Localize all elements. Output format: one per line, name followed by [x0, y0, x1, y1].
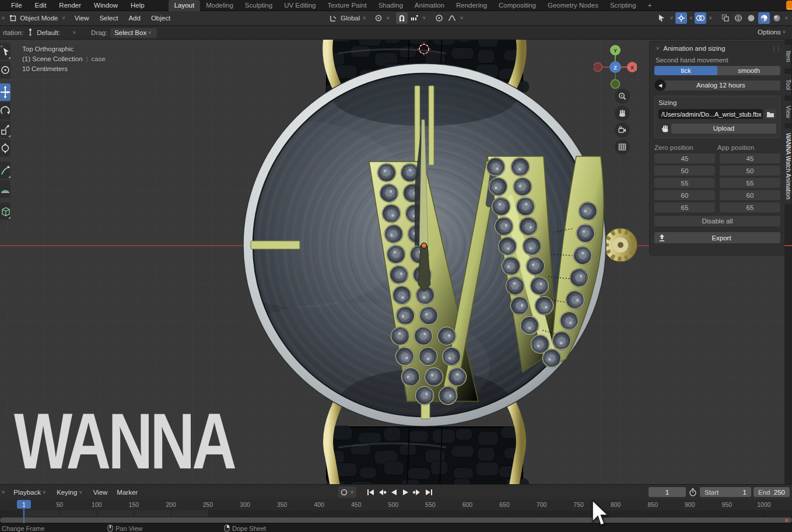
falloff-dropdown[interactable] — [446, 12, 458, 24]
workspace-tab-modeling[interactable]: Modeling — [200, 0, 239, 11]
tab-tool[interactable]: Tool — [784, 73, 792, 96]
pan-button[interactable] — [615, 106, 630, 121]
viewport-menu-add[interactable]: Add — [123, 15, 145, 22]
viewport-menu-object[interactable]: Object — [146, 15, 176, 22]
workspace-tab--[interactable]: + — [642, 0, 658, 11]
workspace-tab-texture-paint[interactable]: Texture Paint — [322, 0, 373, 11]
playhead-line[interactable] — [23, 508, 24, 523]
object-visibility-dropdown[interactable] — [656, 12, 668, 24]
tool-annotate[interactable] — [0, 162, 10, 179]
options-dropdown[interactable]: Options ˅ — [758, 29, 787, 36]
smooth-button[interactable]: smooth — [717, 66, 780, 75]
analog-mode-button[interactable]: Analog 12 hours — [661, 80, 780, 90]
tab-wanna-watch-animation[interactable]: WANNA Watch Animation — [784, 128, 792, 205]
app-position-value[interactable]: 60 — [720, 190, 780, 200]
mode-selector[interactable]: Object Mode ˅ — [6, 12, 69, 24]
upload-button[interactable]: Upload — [671, 124, 776, 134]
tab-item[interactable]: Item — [784, 44, 792, 69]
snap-target-dropdown[interactable] — [409, 12, 420, 24]
workspace-tab-rendering[interactable]: Rendering — [450, 0, 493, 11]
timeline-menu-keying[interactable]: Keying˅ — [52, 489, 88, 496]
tab-view[interactable]: View — [784, 100, 792, 124]
workspace-tab-animation[interactable]: Animation — [409, 0, 450, 11]
file-path-field[interactable]: /Users/admin/Do...A_wrist_stub.fbx — [658, 109, 763, 119]
tool-select-box[interactable] — [0, 43, 10, 60]
timeline-menu-marker[interactable]: Marker — [112, 489, 142, 496]
prev-keyframe-button[interactable] — [377, 487, 387, 498]
orientation-global-label[interactable]: Global — [339, 15, 361, 22]
workspace-tab-layout[interactable]: Layout — [169, 0, 201, 11]
workspace-tab-shading[interactable]: Shading — [373, 0, 409, 11]
pivot-point-dropdown[interactable] — [373, 12, 384, 24]
drag-tool-dropdown[interactable]: Select Box ˅ — [110, 28, 157, 38]
tool-add-cube[interactable] — [0, 202, 10, 220]
end-frame-field[interactable]: End 250 — [754, 487, 790, 497]
timeline-ruler[interactable]: 1 50100150200250300350400450500550600650… — [0, 499, 792, 510]
shading-rendered[interactable] — [771, 12, 783, 24]
shading-solid[interactable] — [745, 12, 757, 24]
tool-transform[interactable] — [0, 139, 10, 157]
app-position-value[interactable]: 55 — [720, 178, 780, 188]
stopwatch-button[interactable] — [686, 488, 700, 497]
panel-collapse-chevron[interactable]: ˅ — [654, 46, 661, 51]
app-position-value[interactable]: 65 — [720, 202, 780, 212]
timeline-menu-playback[interactable]: Playback˅ — [9, 489, 52, 496]
tool-cursor[interactable] — [0, 61, 10, 79]
menu-file[interactable]: File — [5, 2, 29, 9]
browse-button[interactable] — [765, 109, 776, 119]
menu-render[interactable]: Render — [52, 2, 87, 9]
skip-start-button[interactable] — [365, 487, 376, 498]
tick-button[interactable]: tick — [654, 66, 717, 75]
next-keyframe-button[interactable] — [412, 487, 422, 498]
tool-scale[interactable] — [0, 121, 10, 138]
xray-toggle[interactable] — [720, 12, 731, 24]
app-position-value[interactable]: 50 — [720, 166, 780, 176]
viewport-menu-select[interactable]: Select — [94, 15, 123, 22]
timeline-menu-view[interactable]: View — [89, 489, 113, 496]
play-button[interactable] — [400, 487, 411, 498]
export-button[interactable]: Export — [654, 232, 780, 243]
skip-end-button[interactable] — [423, 487, 434, 498]
navigation-gizmo[interactable]: Y X Z — [594, 44, 637, 89]
zero-position-value[interactable]: 60 — [654, 190, 715, 200]
workspace-tab-geometry-nodes[interactable]: Geometry Nodes — [542, 0, 604, 11]
workspace-tab-uv-editing[interactable]: UV Editing — [278, 0, 321, 11]
gizmos-toggle[interactable] — [675, 12, 687, 24]
orthographic-toggle-button[interactable] — [615, 139, 630, 155]
shading-material-preview[interactable] — [758, 12, 770, 24]
workspace-tab-compositing[interactable]: Compositing — [493, 0, 542, 11]
tool-measure[interactable] — [0, 180, 10, 198]
proportional-editing-toggle[interactable] — [433, 12, 445, 24]
tool-rotate[interactable] — [0, 102, 10, 120]
menu-window[interactable]: Window — [87, 2, 124, 9]
panel-drag-handle[interactable]: ⋮⋮ — [771, 46, 780, 52]
current-frame-field[interactable]: 1 — [649, 487, 686, 497]
zero-position-value[interactable]: 55 — [654, 178, 715, 188]
camera-view-button[interactable] — [615, 123, 630, 138]
timeline-track[interactable] — [0, 510, 792, 517]
back-button[interactable]: ◀ — [654, 79, 666, 91]
gizmo-neg-x[interactable] — [594, 63, 602, 72]
editor-type-chevron[interactable]: ˅ — [0, 489, 6, 495]
app-position-value[interactable]: 45 — [720, 153, 780, 163]
zero-position-value[interactable]: 45 — [654, 153, 715, 163]
orientation-preset-dropdown[interactable]: Default: ˅ — [34, 27, 80, 38]
tool-move[interactable] — [0, 83, 10, 101]
shading-wireframe[interactable] — [733, 12, 744, 24]
zero-position-value[interactable]: 50 — [654, 166, 715, 176]
viewport-menu-view[interactable]: View — [69, 15, 94, 22]
zero-position-value[interactable]: 65 — [654, 202, 715, 212]
workspace-tab-scripting[interactable]: Scripting — [604, 0, 642, 11]
editor-type-chevron[interactable]: ˅ — [0, 15, 6, 21]
zoom-button[interactable] — [615, 89, 630, 104]
auto-keying-toggle[interactable]: ˅ — [338, 487, 356, 498]
play-reverse-button[interactable] — [388, 487, 399, 498]
snap-toggle[interactable] — [396, 12, 408, 24]
start-frame-field[interactable]: Start 1 — [700, 487, 751, 497]
gizmo-neg-y[interactable] — [611, 80, 620, 89]
timeline-scrollbar[interactable] — [0, 517, 792, 523]
menu-help[interactable]: Help — [124, 2, 151, 9]
disable-all-button[interactable]: Disable all — [654, 216, 780, 226]
overlays-toggle[interactable] — [695, 12, 706, 24]
workspace-tab-sculpting[interactable]: Sculpting — [239, 0, 278, 11]
